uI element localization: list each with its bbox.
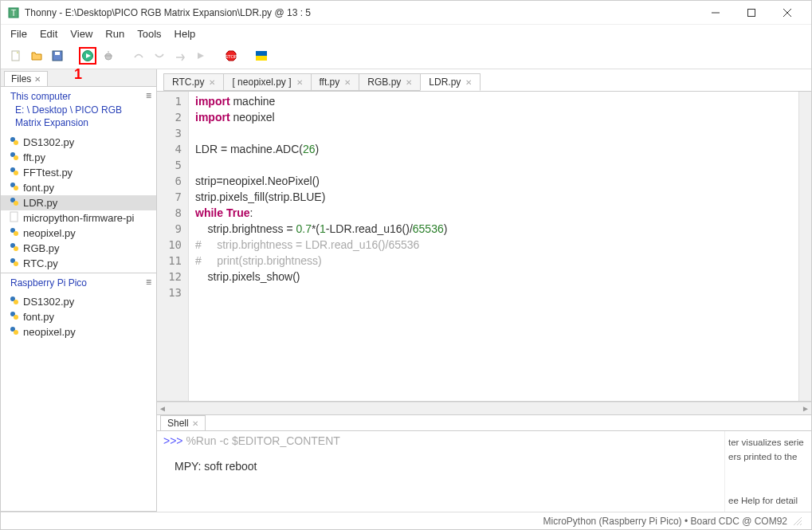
menu-icon[interactable]: ≡ xyxy=(146,277,151,288)
panel-header[interactable]: This computer xyxy=(6,90,131,103)
new-file-button[interactable] xyxy=(7,47,25,65)
shell-tab-label: Shell xyxy=(167,418,189,429)
resume-button[interactable] xyxy=(192,47,210,65)
minimize-button[interactable] xyxy=(697,2,733,24)
vertical-scrollbar[interactable] xyxy=(798,92,811,401)
statusbar: MicroPython (Raspberry Pi Pico) • Board … xyxy=(1,512,811,529)
debug-button[interactable] xyxy=(100,47,117,65)
python-icon xyxy=(9,295,20,308)
editor-tab[interactable]: LDR.py✕ xyxy=(420,73,481,91)
save-file-button[interactable] xyxy=(49,47,66,65)
close-icon[interactable]: ✕ xyxy=(344,78,351,87)
horizontal-scrollbar[interactable]: ◄► xyxy=(157,402,811,414)
file-item[interactable]: DS1302.py xyxy=(1,294,156,309)
editor-tab[interactable]: RTC.py✕ xyxy=(163,73,224,91)
path-segment[interactable]: E: \ Desktop \ PICO RGB xyxy=(10,104,127,116)
tab-label: RGB.py xyxy=(367,77,401,88)
run-button[interactable] xyxy=(79,47,96,65)
menu-file[interactable]: File xyxy=(4,26,33,41)
svg-rect-3 xyxy=(747,9,755,16)
files-tab[interactable]: Files✕ xyxy=(4,71,48,86)
annotation-label: 1 xyxy=(74,66,82,83)
menu-help[interactable]: Help xyxy=(168,26,202,41)
svg-point-18 xyxy=(14,140,18,145)
help-text: ee Help for detail xyxy=(728,496,809,505)
file-item[interactable]: micropython-firmware-pi xyxy=(1,210,156,226)
editor-tab[interactable]: RGB.py✕ xyxy=(359,73,421,91)
editor-tab[interactable]: fft.py✕ xyxy=(311,73,360,91)
code-editor[interactable]: import machineimport neopixel LDR = mach… xyxy=(189,92,798,401)
maximize-button[interactable] xyxy=(733,2,769,24)
menu-view[interactable]: View xyxy=(64,26,99,41)
step-over-button[interactable] xyxy=(130,47,147,65)
svg-point-10 xyxy=(105,53,112,60)
tab-label: fft.py xyxy=(320,77,340,88)
file-item[interactable]: font.py xyxy=(1,309,156,324)
support-button[interactable] xyxy=(253,47,270,65)
file-name: font.py xyxy=(23,182,54,194)
tab-label: [ neopixel.py ] xyxy=(232,77,291,88)
editor-tab[interactable]: [ neopixel.py ]✕ xyxy=(223,73,311,91)
file-item[interactable]: fft.py xyxy=(1,150,156,165)
file-name: fft.py xyxy=(23,151,45,163)
app-icon: T xyxy=(7,6,20,19)
close-icon[interactable]: ✕ xyxy=(406,78,412,87)
file-item[interactable]: LDR.py xyxy=(1,195,156,210)
menu-icon[interactable]: ≡ xyxy=(146,90,151,101)
file-name: RGB.py xyxy=(23,242,60,254)
file-name: neopixel.py xyxy=(23,326,76,338)
path-segment[interactable]: Matrix Expansion xyxy=(10,116,127,129)
file-item[interactable]: FFTtest.py xyxy=(1,165,156,180)
svg-point-35 xyxy=(14,300,18,304)
file-item[interactable]: font.py xyxy=(1,180,156,195)
file-item[interactable]: neopixel.py xyxy=(1,324,156,340)
menubar: FileEditViewRunToolsHelp xyxy=(1,25,811,42)
python-icon xyxy=(9,196,20,210)
step-into-button[interactable] xyxy=(151,47,168,65)
svg-rect-15 xyxy=(256,51,267,56)
shell-tab[interactable]: Shell✕ xyxy=(160,415,206,430)
panel-header[interactable]: Raspberry Pi Pico xyxy=(6,277,92,289)
files-tab-label: Files xyxy=(11,73,31,84)
file-item[interactable]: RGB.py xyxy=(1,241,156,256)
menu-run[interactable]: Run xyxy=(99,26,131,41)
close-button[interactable] xyxy=(769,2,805,24)
svg-rect-27 xyxy=(10,212,18,222)
shell-command: %Run -c $EDITOR_CONTENT xyxy=(186,434,339,447)
python-icon xyxy=(9,226,20,240)
file-item[interactable]: RTC.py xyxy=(1,256,156,271)
menu-edit[interactable]: Edit xyxy=(33,26,64,41)
close-icon[interactable]: ✕ xyxy=(34,75,41,84)
close-icon[interactable]: ✕ xyxy=(296,78,303,87)
tab-label: LDR.py xyxy=(429,77,461,88)
close-icon[interactable]: ✕ xyxy=(209,78,215,87)
svg-point-24 xyxy=(14,186,18,190)
step-out-button[interactable] xyxy=(171,47,189,65)
menu-tools[interactable]: Tools xyxy=(131,26,167,41)
resize-grip[interactable] xyxy=(792,516,803,527)
open-file-button[interactable] xyxy=(28,47,45,65)
shell[interactable]: >>> %Run -c $EDITOR_CONTENT MPY: soft re… xyxy=(157,431,811,512)
close-icon[interactable]: ✕ xyxy=(465,78,472,87)
help-text: ter visualizes serie xyxy=(728,438,809,447)
file-name: micropython-firmware-pi xyxy=(23,212,134,224)
close-icon[interactable]: ✕ xyxy=(192,419,198,428)
file-item[interactable]: DS1302.py xyxy=(1,135,156,150)
document-icon xyxy=(9,211,20,225)
python-icon xyxy=(9,325,20,339)
status-text[interactable]: MicroPython (Raspberry Pi Pico) • Board … xyxy=(543,516,787,527)
svg-point-22 xyxy=(14,171,18,175)
svg-rect-16 xyxy=(256,56,267,61)
file-name: LDR.py xyxy=(23,197,57,209)
gutter: 12345678910111213 xyxy=(157,92,189,401)
file-item[interactable]: neopixel.py xyxy=(1,226,156,241)
shell-prompt: >>> xyxy=(163,434,186,447)
editor-area: RTC.py✕[ neopixel.py ]✕fft.py✕RGB.py✕LDR… xyxy=(157,69,811,512)
python-icon xyxy=(9,135,20,149)
svg-point-33 xyxy=(14,261,18,266)
stop-button[interactable]: STOP xyxy=(222,47,240,65)
svg-text:STOP: STOP xyxy=(225,54,237,59)
svg-point-39 xyxy=(14,330,18,335)
svg-point-26 xyxy=(14,201,18,206)
python-icon xyxy=(9,310,20,324)
